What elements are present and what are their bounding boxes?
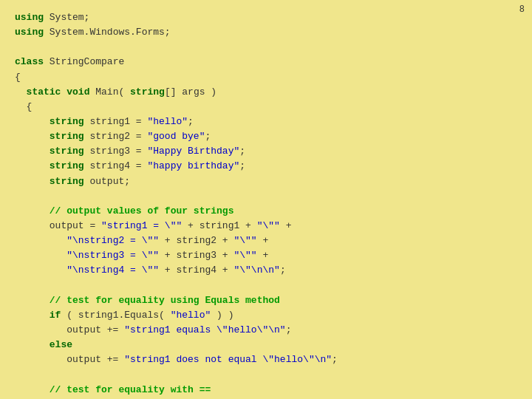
line-2: using System.Windows.Forms; bbox=[15, 25, 517, 40]
line-22: // test for equality with == bbox=[15, 383, 517, 398]
line-4: { bbox=[15, 70, 517, 85]
line-12: // output values of four strings bbox=[15, 204, 517, 219]
page-number: 8 bbox=[519, 4, 525, 15]
line-21: output += "string1 does not equal \"hell… bbox=[15, 352, 517, 367]
line-14: "\nstring2 = \"" + string2 + "\"" + bbox=[15, 233, 517, 248]
line-13: output = "string1 = \"" + string1 + "\""… bbox=[15, 219, 517, 233]
line-19: output += "string1 equals \"hello\"\n"; bbox=[15, 323, 517, 338]
line-17: // test for equality using Equals method bbox=[15, 293, 517, 308]
line-11: string output; bbox=[15, 174, 517, 189]
line-18: if ( string1.Equals( "hello" ) ) bbox=[15, 308, 517, 323]
line-6: { bbox=[15, 100, 517, 115]
line-8: string string2 = "good bye"; bbox=[15, 129, 517, 144]
line-15: "\nstring3 = \"" + string3 + "\"" + bbox=[15, 248, 517, 263]
line-16: "\nstring4 = \"" + string4 + "\"\n\n"; bbox=[15, 263, 517, 278]
code-area: using System; using System.Windows.Forms… bbox=[0, 0, 532, 399]
line-7: string string1 = "hello"; bbox=[15, 115, 517, 129]
line-10: string string4 = "happy birthday"; bbox=[15, 159, 517, 174]
line-20: else bbox=[15, 338, 517, 352]
line-9: string string3 = "Happy Birthday"; bbox=[15, 144, 517, 159]
line-3: class StringCompare bbox=[15, 55, 517, 69]
line-5: static void Main( string[] args ) bbox=[15, 85, 517, 100]
line-1: using System; bbox=[15, 10, 517, 25]
